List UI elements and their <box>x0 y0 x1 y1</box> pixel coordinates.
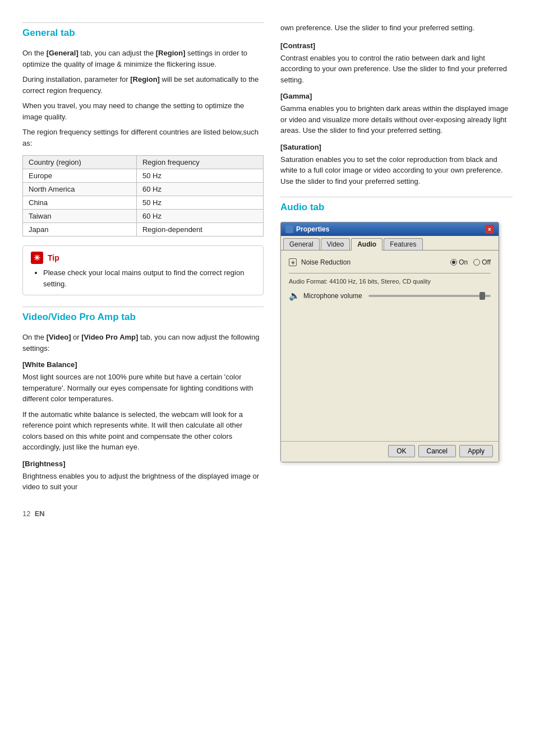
tab-video[interactable]: Video <box>321 238 350 250</box>
tip-item: Please check your local mains output to … <box>43 267 255 289</box>
video-intro: On the [Video] or [Video Pro Amp] tab, y… <box>22 332 264 354</box>
brightness-heading: [Brightness] <box>22 460 264 468</box>
tab-features[interactable]: Features <box>384 238 422 250</box>
table-header-country: Country (region) <box>23 156 137 169</box>
noise-on-label: On <box>459 258 468 266</box>
gamma-heading: [Gamma] <box>280 92 513 100</box>
contrast-heading: [Contrast] <box>280 41 513 50</box>
noise-off-label: Off <box>482 258 491 266</box>
table-row: Japan Region-dependent <box>23 223 264 236</box>
video-tab-title: Video/Video Pro Amp tab <box>22 307 264 326</box>
saturation-text: Saturation enables you to set the color … <box>280 154 513 187</box>
tip-box: ✳ Tip Please check your local mains outp… <box>22 245 264 295</box>
table-cell-country: Taiwan <box>23 210 137 223</box>
properties-dialog: Properties × General Video Audio Feature… <box>280 222 499 462</box>
tip-label: Tip <box>48 253 59 262</box>
audio-tab-title: Audio tab <box>280 197 513 216</box>
dialog-title: Properties <box>285 225 329 233</box>
video-bracket-1: [Video] <box>47 333 71 341</box>
general-para-3: When you travel, you may need to change … <box>22 100 264 122</box>
dialog-divider-1 <box>289 273 491 273</box>
cancel-button[interactable]: Cancel <box>418 445 456 457</box>
noise-radio-group: On Off <box>450 258 491 266</box>
tip-star-icon: ✳ <box>31 252 43 264</box>
brightness-continued: own preference. Use the slider to find y… <box>280 22 513 34</box>
noise-off-radio[interactable] <box>473 259 480 266</box>
page-number-value: 12 <box>22 509 30 518</box>
audio-format-text: Audio Format: 44100 Hz, 16 bits, Stereo,… <box>289 278 491 285</box>
table-cell-country: Japan <box>23 223 137 236</box>
noise-off-option[interactable]: Off <box>473 258 491 266</box>
table-cell-frequency: 50 Hz <box>136 196 263 210</box>
tip-header: ✳ Tip <box>31 252 255 264</box>
white-balance-heading: [White Balance] <box>22 360 264 369</box>
dialog-close-button[interactable]: × <box>485 225 494 234</box>
table-cell-frequency: Region-dependent <box>136 223 263 236</box>
dialog-title-text: Properties <box>296 225 329 233</box>
saturation-heading: [Saturation] <box>280 143 513 151</box>
page-lang: EN <box>35 509 45 518</box>
dialog-footer: OK Cancel Apply <box>281 441 499 462</box>
table-row: North America 60 Hz <box>23 183 264 196</box>
white-balance-para-2: If the automatic white balance is select… <box>22 409 264 453</box>
noise-on-radio[interactable] <box>450 259 457 266</box>
noise-reduction-row: ◈ Noise Reduction On Off <box>289 258 491 266</box>
microphone-volume-slider[interactable] <box>368 295 491 297</box>
table-cell-country: Europe <box>23 169 137 183</box>
table-cell-frequency: 50 Hz <box>136 169 263 183</box>
page: General tab On the [General] tab, you ca… <box>0 0 535 756</box>
contrast-text: Contrast enables you to control the rati… <box>280 53 513 86</box>
microphone-volume-row: 🔈 Microphone volume <box>289 290 491 301</box>
noise-icon: ◈ <box>289 258 297 266</box>
region-table: Country (region) Region frequency Europe… <box>22 155 264 236</box>
left-column: General tab On the [General] tab, you ca… <box>22 22 264 734</box>
dialog-body: ◈ Noise Reduction On Off <box>281 251 499 441</box>
gamma-text: Gamma enables you to brighten dark areas… <box>280 103 513 136</box>
video-bracket-2: [Video Pro Amp] <box>81 333 138 341</box>
tip-content: Please check your local mains output to … <box>31 267 255 289</box>
table-header-frequency: Region frequency <box>136 156 263 169</box>
white-balance-para-1: Most light sources are not 100% pure whi… <box>22 372 264 405</box>
general-para-1: On the [General] tab, you can adjust the… <box>22 48 264 69</box>
page-number: 12 EN <box>22 509 264 518</box>
general-tab-title: General tab <box>22 22 264 42</box>
general-para-2: During installation, parameter for [Regi… <box>22 74 264 96</box>
microphone-icon: 🔈 <box>289 290 300 301</box>
table-row: Europe 50 Hz <box>23 169 264 183</box>
table-cell-country: China <box>23 196 137 210</box>
tab-general[interactable]: General <box>283 238 320 250</box>
table-cell-frequency: 60 Hz <box>136 210 263 223</box>
table-row: China 50 Hz <box>23 196 264 210</box>
noise-reduction-label: Noise Reduction <box>301 258 446 266</box>
apply-button[interactable]: Apply <box>459 445 493 457</box>
right-column: own preference. Use the slider to find y… <box>280 22 513 734</box>
general-bracket-3: [Region] <box>130 75 160 84</box>
noise-on-option[interactable]: On <box>450 258 468 266</box>
dialog-titlebar: Properties × <box>281 222 499 236</box>
table-row: Taiwan 60 Hz <box>23 210 264 223</box>
tab-audio[interactable]: Audio <box>351 238 382 251</box>
general-bracket-1: [General] <box>47 49 79 57</box>
general-bracket-2: [Region] <box>156 49 186 57</box>
ok-button[interactable]: OK <box>388 445 414 457</box>
brightness-para: Brightness enables you to adjust the bri… <box>22 471 264 493</box>
dialog-tabs: General Video Audio Features <box>281 236 499 251</box>
table-cell-country: North America <box>23 183 137 196</box>
slider-thumb <box>479 292 485 300</box>
table-cell-frequency: 60 Hz <box>136 183 263 196</box>
microphone-volume-label: Microphone volume <box>303 292 365 300</box>
properties-icon <box>285 225 293 233</box>
general-para-4: The region frequency settings for differ… <box>22 127 264 149</box>
